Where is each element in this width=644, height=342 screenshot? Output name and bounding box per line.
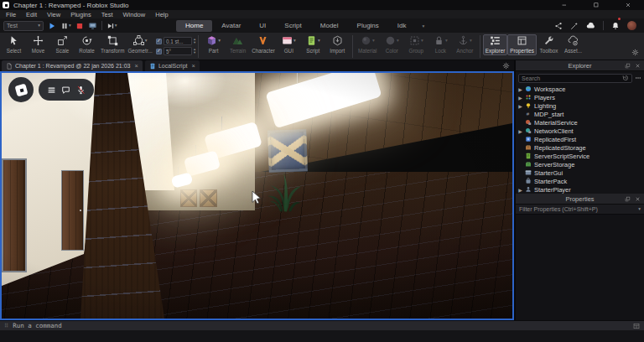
snap-move-value[interactable]: 0.1 st... (164, 37, 192, 45)
close-panel-icon[interactable] (635, 63, 641, 69)
tab-model[interactable]: Model (311, 20, 348, 32)
tree-item-lighting[interactable]: ▶Lighting (516, 101, 644, 110)
maximize-button[interactable] (580, 0, 612, 10)
anchor-button[interactable]: ▾Anchor (453, 34, 477, 54)
menu-window[interactable]: Window (118, 11, 151, 18)
command-bar: ⠿ Run a command (0, 320, 644, 330)
explorer-options-icon[interactable] (635, 75, 641, 81)
tree-item-mdp-start[interactable]: ▶#MDP_start (516, 110, 644, 118)
lock-button[interactable]: ▾Lock (428, 34, 453, 54)
tab-script[interactable]: Script (275, 20, 310, 32)
close-panel-icon[interactable] (635, 196, 641, 202)
playtest-controls: Test ▾ ▾ ▾ (0, 21, 117, 31)
tab-idk[interactable]: Idk (388, 20, 416, 32)
menu-file[interactable]: File (1, 11, 21, 18)
doc-tab-place[interactable]: Chapter 1 : Revamped @ 22 jan 2026 21:03… (2, 60, 143, 71)
tree-item-replicatedfirst[interactable]: ▶ReplicatedFirst (516, 135, 644, 143)
color-button[interactable]: ▾Color (380, 34, 404, 54)
client-device-button[interactable] (88, 21, 97, 30)
share-icon[interactable] (554, 22, 563, 30)
transform-tool-button[interactable]: Transform (99, 34, 126, 54)
window-controls (548, 0, 644, 10)
menu-view[interactable]: View (42, 11, 65, 18)
tab-ui[interactable]: UI (250, 20, 275, 32)
mic-muted-icon[interactable] (76, 86, 86, 95)
move-tool-button[interactable]: Move (26, 34, 50, 54)
asset-manager-button[interactable]: Asset... (561, 34, 585, 54)
close-tab-icon[interactable]: × (134, 62, 138, 70)
expand-arrow-icon[interactable]: ▶ (518, 95, 522, 101)
stop-button[interactable] (75, 22, 84, 30)
expand-arrow-icon[interactable]: ▶ (518, 103, 522, 109)
search-history-icon[interactable] (622, 75, 629, 81)
properties-toggle-button[interactable]: Properties (507, 34, 537, 55)
tree-item-startergui[interactable]: ▶StarterGui (516, 168, 644, 177)
viewport-settings-button[interactable] (502, 60, 514, 71)
tree-item-starterpack[interactable]: ▶StarterPack (516, 177, 644, 185)
tab-overflow-icon[interactable]: ▾ (423, 23, 425, 28)
explorer-search-input[interactable]: Search (518, 74, 632, 83)
tab-avatar[interactable]: Avatar (212, 20, 250, 32)
notifications-button[interactable] (611, 18, 620, 34)
snap-rotate-checkbox[interactable]: ✓ (156, 49, 162, 54)
assistant-wand-icon[interactable] (570, 22, 579, 30)
snap-rotate-stepper[interactable]: ▴▾ (194, 48, 195, 55)
ribbon-settings-gear-icon[interactable] (631, 49, 639, 56)
minimize-button[interactable] (548, 0, 580, 10)
properties-filter-input[interactable]: Filter Properties (Ctrl+Shift+P) ▾ (516, 205, 644, 215)
menu-edit[interactable]: Edit (21, 11, 42, 18)
tree-item-starterplayer[interactable]: ▶StarterPlayer (516, 185, 644, 194)
user-avatar[interactable] (627, 21, 636, 30)
drag-handle-icon[interactable]: ⠿ (4, 323, 8, 329)
tree-item-players[interactable]: ▶Players (516, 93, 644, 101)
float-panel-icon[interactable] (625, 196, 631, 202)
play-button[interactable] (48, 22, 56, 30)
close-button[interactable] (612, 0, 644, 10)
explorer-toggle-button[interactable]: Explorer (483, 34, 507, 55)
tab-plugins[interactable]: Plugins (348, 20, 388, 32)
snap-move-checkbox[interactable]: ✓ (156, 39, 162, 44)
players-icon (525, 94, 532, 101)
tree-item-workspace[interactable]: ▶Workspace (516, 85, 644, 93)
roblox-menu-button[interactable] (8, 77, 34, 102)
terrain-button[interactable]: Terrain (226, 34, 250, 54)
tab-home[interactable]: Home (176, 20, 212, 32)
snap-rotate-value[interactable]: 5° (164, 47, 192, 55)
scale-tool-button[interactable]: Scale (50, 34, 75, 54)
step-button[interactable]: ▾ (106, 22, 117, 30)
cloud-sync-icon[interactable] (586, 21, 595, 30)
character-insert-button[interactable]: Character (250, 34, 277, 54)
menu-help[interactable]: Help (150, 11, 173, 18)
3d-viewport[interactable] (0, 71, 514, 320)
geometric-mode-button[interactable]: ▾Geometr... (126, 34, 153, 54)
doc-tab-localscript[interactable]: LocalScript × (145, 60, 200, 71)
script-insert-button[interactable]: ▾Script (301, 34, 325, 54)
tree-item-networkclient[interactable]: ▶NetworkClient (516, 127, 644, 135)
part-insert-button[interactable]: ▾Part (201, 34, 226, 54)
menu-test[interactable]: Test (96, 11, 118, 18)
expand-arrow-icon[interactable]: ▶ (518, 128, 522, 134)
tree-item-serverstorage[interactable]: ▶ServerStorage (516, 160, 644, 168)
rotate-tool-button[interactable]: Rotate (75, 34, 99, 54)
close-tab-icon[interactable]: × (192, 62, 195, 70)
expand-arrow-icon[interactable]: ▶ (518, 86, 522, 92)
hamburger-menu-icon[interactable] (47, 86, 56, 95)
group-button[interactable]: ▾Group (404, 34, 428, 54)
tree-item-replicatedstorage[interactable]: ▶ReplicatedStorage (516, 143, 644, 152)
toolbox-toggle-button[interactable]: Toolbox (537, 34, 561, 54)
menu-plugins[interactable]: Plugins (65, 11, 96, 18)
tree-item-materialservice[interactable]: ▶MaterialService (516, 118, 644, 127)
tree-item-serverscriptservice[interactable]: ▶ServerScriptService (516, 152, 644, 160)
panel-layout-icon[interactable] (633, 323, 640, 329)
playtest-mode-select[interactable]: Test ▾ (3, 21, 44, 31)
chat-icon[interactable] (61, 86, 70, 95)
expand-arrow-icon[interactable]: ▶ (518, 187, 522, 193)
select-tool-button[interactable]: Select (2, 34, 26, 54)
gui-insert-button[interactable]: ▾GUI (277, 34, 301, 54)
material-button[interactable]: ▾Material (356, 34, 380, 54)
pause-button[interactable]: ▾ (60, 22, 71, 30)
command-input[interactable]: Run a command (13, 322, 62, 329)
snap-move-stepper[interactable]: ▴▾ (194, 38, 195, 45)
import-button[interactable]: Import (325, 34, 350, 54)
float-panel-icon[interactable] (625, 63, 631, 69)
